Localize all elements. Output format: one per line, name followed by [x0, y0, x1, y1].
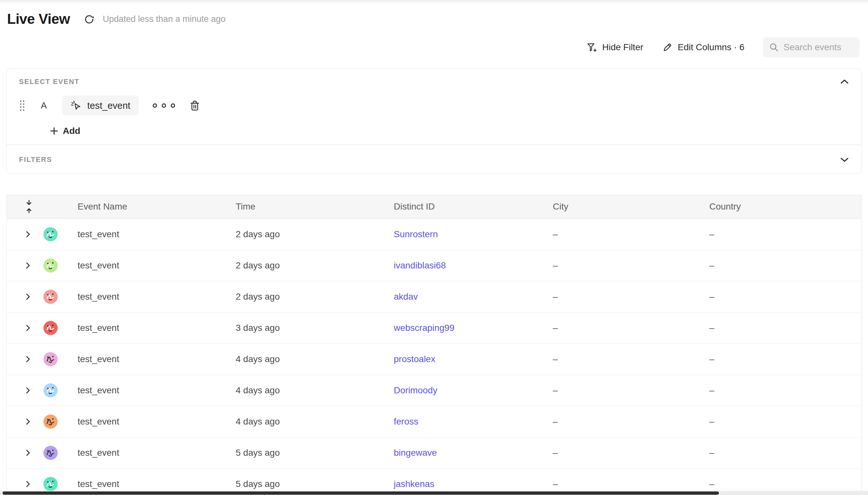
profile-avatar[interactable] [43, 445, 58, 460]
country-cell: – [703, 292, 861, 302]
trash-icon [190, 100, 200, 112]
country-cell: – [703, 354, 861, 364]
distinct-id-link[interactable]: Dorimoody [394, 385, 437, 395]
profile-avatar[interactable] [43, 414, 58, 429]
event-more-options-button[interactable] [151, 102, 177, 109]
refresh-icon [83, 13, 94, 25]
event-name-cell: test_event [71, 354, 229, 364]
chevron-right-icon [25, 480, 31, 488]
event-name-cell: test_event [71, 260, 229, 271]
time-cell: 2 days ago [229, 292, 387, 302]
cursor-click-icon [70, 100, 82, 112]
drag-handle-icon[interactable] [19, 99, 25, 112]
profile-avatar[interactable] [43, 289, 58, 304]
filters-label: FILTERS [19, 155, 52, 164]
hide-filter-button[interactable]: Hide Filter [586, 42, 643, 53]
distinct-id-link[interactable]: ivandiblasi68 [394, 260, 446, 270]
time-cell: 4 days ago [229, 354, 387, 364]
distinct-id-link[interactable]: feross [394, 416, 418, 426]
page-title: Live View [7, 11, 70, 27]
event-name-cell: test_event [71, 385, 229, 395]
country-cell: – [703, 323, 861, 333]
horizontal-scrollbar-track [0, 491, 868, 495]
distinct-id-link[interactable]: webscraping99 [394, 323, 454, 333]
expand-row-button[interactable] [7, 262, 37, 269]
table-row: test_event 2 days ago akdav – – [7, 281, 861, 312]
column-header-country: Country [703, 202, 861, 212]
delete-event-button[interactable] [190, 100, 200, 112]
expand-row-button[interactable] [7, 231, 37, 238]
profile-avatar[interactable] [43, 321, 58, 335]
city-cell: – [546, 448, 703, 458]
profile-avatar[interactable] [43, 477, 58, 492]
chevron-right-icon [25, 418, 31, 426]
collapse-section-button[interactable] [840, 79, 849, 85]
collapse-all-rows-button[interactable] [7, 200, 37, 214]
expand-row-button[interactable] [7, 449, 37, 457]
time-cell: 4 days ago [229, 416, 387, 427]
country-cell: – [703, 260, 861, 271]
country-cell: – [703, 229, 861, 239]
distinct-id-link[interactable]: bingewave [394, 448, 437, 458]
add-event-button[interactable]: Add [50, 126, 80, 136]
pencil-icon [662, 42, 673, 53]
expand-row-button[interactable] [7, 480, 37, 488]
city-cell: – [546, 479, 703, 489]
event-name-cell: test_event [71, 479, 229, 489]
event-name-cell: test_event [71, 323, 229, 333]
expand-filters-button[interactable] [840, 157, 849, 163]
chevron-right-icon [25, 449, 31, 457]
event-pill-label: test_event [87, 100, 131, 111]
funnel-plus-icon [586, 42, 597, 53]
chevron-right-icon [25, 324, 31, 332]
expand-row-button[interactable] [7, 355, 37, 363]
chevron-right-icon [25, 231, 31, 238]
expand-row-button[interactable] [7, 293, 37, 301]
time-cell: 2 days ago [229, 260, 387, 271]
event-select-button[interactable]: test_event [62, 96, 139, 116]
city-cell: – [546, 385, 703, 395]
profile-avatar[interactable] [43, 352, 58, 366]
column-header-distinct-id: Distinct ID [387, 202, 546, 212]
city-cell: – [546, 416, 703, 427]
table-row: test_event 4 days ago Dorimoody – – [7, 375, 861, 406]
top-nav-edge [0, 0, 868, 4]
chevron-right-icon [25, 355, 31, 363]
edit-columns-label: Edit Columns · 6 [678, 42, 744, 52]
country-cell: – [703, 385, 861, 395]
refresh-button[interactable] [83, 13, 94, 25]
profile-avatar[interactable] [43, 227, 58, 242]
search-events-input[interactable] [784, 42, 854, 52]
distinct-id-link[interactable]: jashkenas [394, 479, 434, 489]
city-cell: – [546, 260, 703, 271]
profile-avatar[interactable] [43, 383, 58, 398]
distinct-id-link[interactable]: Sunrostern [394, 229, 438, 239]
horizontal-scrollbar-thumb[interactable] [3, 492, 719, 495]
distinct-id-link[interactable]: akdav [394, 292, 418, 302]
time-cell: 5 days ago [229, 479, 387, 489]
search-icon [769, 42, 779, 52]
filters-section: FILTERS [7, 145, 861, 173]
profile-avatar[interactable] [43, 258, 58, 273]
select-event-section: SELECT EVENT A [7, 69, 861, 144]
table-row: test_event 4 days ago prostoalex – – [7, 344, 861, 375]
search-events-box[interactable] [763, 37, 860, 57]
chevron-down-icon [840, 157, 849, 163]
expand-row-button[interactable] [7, 387, 37, 394]
chevron-up-icon [840, 79, 849, 85]
table-row: test_event 4 days ago feross – – [7, 406, 861, 438]
edit-columns-button[interactable]: Edit Columns · 6 [662, 42, 744, 53]
expand-row-button[interactable] [7, 324, 37, 332]
country-cell: – [703, 448, 861, 458]
expand-row-button[interactable] [7, 418, 37, 426]
country-cell: – [703, 416, 861, 427]
column-header-city: City [546, 202, 703, 212]
event-name-cell: test_event [71, 229, 229, 239]
event-name-cell: test_event [71, 292, 229, 302]
chevron-right-icon [25, 293, 31, 301]
updated-timestamp: Updated less than a minute ago [103, 14, 225, 24]
event-row-A: A test_event [19, 96, 849, 116]
time-cell: 3 days ago [229, 323, 387, 333]
distinct-id-link[interactable]: prostoalex [394, 354, 435, 364]
table-header-row: Event Name Time Distinct ID City Country [7, 195, 861, 219]
